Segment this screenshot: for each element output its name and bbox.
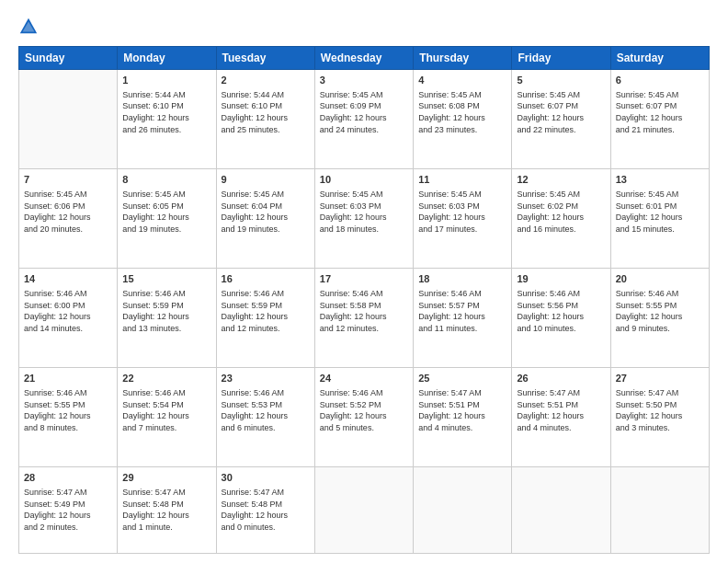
day-number: 12 [517, 173, 605, 187]
day-info: Sunrise: 5:45 AM Sunset: 6:02 PM Dayligh… [517, 189, 605, 235]
day-number: 15 [122, 272, 210, 286]
day-info: Sunrise: 5:44 AM Sunset: 6:10 PM Dayligh… [222, 89, 310, 135]
calendar-cell: 13Sunrise: 5:45 AM Sunset: 6:01 PM Dayli… [610, 169, 709, 269]
day-number: 7 [24, 173, 112, 187]
day-number: 20 [616, 272, 704, 286]
day-info: Sunrise: 5:45 AM Sunset: 6:08 PM Dayligh… [418, 89, 506, 135]
calendar-cell: 25Sunrise: 5:47 AM Sunset: 5:51 PM Dayli… [414, 368, 512, 467]
calendar-cell: 22Sunrise: 5:46 AM Sunset: 5:54 PM Dayli… [118, 368, 216, 467]
weekday-monday: Monday [118, 47, 216, 70]
day-number: 3 [320, 74, 408, 87]
calendar-cell: 26Sunrise: 5:47 AM Sunset: 5:51 PM Dayli… [512, 368, 610, 467]
day-number: 16 [222, 272, 310, 286]
weekday-wednesday: Wednesday [314, 47, 413, 70]
calendar-cell: 20Sunrise: 5:46 AM Sunset: 5:55 PM Dayli… [610, 269, 709, 368]
day-number: 14 [24, 272, 112, 286]
weekday-saturday: Saturday [610, 47, 709, 70]
calendar-cell: 23Sunrise: 5:46 AM Sunset: 5:53 PM Dayli… [216, 368, 314, 467]
day-info: Sunrise: 5:46 AM Sunset: 5:56 PM Dayligh… [517, 288, 605, 334]
day-number: 9 [222, 173, 310, 187]
day-info: Sunrise: 5:45 AM Sunset: 6:03 PM Dayligh… [418, 189, 506, 235]
day-number: 24 [320, 372, 408, 385]
calendar-cell [610, 467, 709, 554]
calendar-cell: 2Sunrise: 5:44 AM Sunset: 6:10 PM Daylig… [216, 70, 314, 169]
day-info: Sunrise: 5:46 AM Sunset: 5:57 PM Dayligh… [418, 288, 506, 334]
week-row-5: 28Sunrise: 5:47 AM Sunset: 5:49 PM Dayli… [19, 467, 710, 554]
day-info: Sunrise: 5:46 AM Sunset: 6:00 PM Dayligh… [24, 288, 112, 334]
calendar-cell: 28Sunrise: 5:47 AM Sunset: 5:49 PM Dayli… [19, 467, 118, 554]
day-number: 22 [122, 372, 210, 385]
day-info: Sunrise: 5:46 AM Sunset: 5:54 PM Dayligh… [122, 387, 210, 433]
calendar-cell: 8Sunrise: 5:45 AM Sunset: 6:05 PM Daylig… [118, 169, 216, 269]
day-info: Sunrise: 5:47 AM Sunset: 5:48 PM Dayligh… [122, 487, 210, 533]
calendar-cell: 12Sunrise: 5:45 AM Sunset: 6:02 PM Dayli… [512, 169, 610, 269]
calendar-cell: 30Sunrise: 5:47 AM Sunset: 5:48 PM Dayli… [216, 467, 314, 554]
weekday-header-row: SundayMondayTuesdayWednesdayThursdayFrid… [19, 47, 710, 70]
day-number: 5 [517, 74, 605, 87]
day-number: 27 [616, 372, 704, 385]
day-info: Sunrise: 5:47 AM Sunset: 5:48 PM Dayligh… [222, 487, 310, 533]
calendar-cell: 7Sunrise: 5:45 AM Sunset: 6:06 PM Daylig… [19, 169, 118, 269]
day-number: 1 [122, 74, 210, 87]
calendar-cell: 15Sunrise: 5:46 AM Sunset: 5:59 PM Dayli… [118, 269, 216, 368]
calendar-cell: 4Sunrise: 5:45 AM Sunset: 6:08 PM Daylig… [414, 70, 512, 169]
day-info: Sunrise: 5:45 AM Sunset: 6:07 PM Dayligh… [616, 89, 704, 135]
day-info: Sunrise: 5:47 AM Sunset: 5:49 PM Dayligh… [24, 487, 112, 533]
calendar-cell: 6Sunrise: 5:45 AM Sunset: 6:07 PM Daylig… [610, 70, 709, 169]
week-row-2: 7Sunrise: 5:45 AM Sunset: 6:06 PM Daylig… [19, 169, 710, 269]
calendar-cell: 14Sunrise: 5:46 AM Sunset: 6:00 PM Dayli… [19, 269, 118, 368]
calendar-cell: 10Sunrise: 5:45 AM Sunset: 6:03 PM Dayli… [314, 169, 413, 269]
calendar-cell: 1Sunrise: 5:44 AM Sunset: 6:10 PM Daylig… [118, 70, 216, 169]
header [18, 17, 710, 37]
week-row-4: 21Sunrise: 5:46 AM Sunset: 5:55 PM Dayli… [19, 368, 710, 467]
weekday-friday: Friday [512, 47, 610, 70]
calendar-cell: 11Sunrise: 5:45 AM Sunset: 6:03 PM Dayli… [414, 169, 512, 269]
day-number: 11 [418, 173, 506, 187]
day-info: Sunrise: 5:46 AM Sunset: 5:58 PM Dayligh… [320, 288, 408, 334]
day-number: 26 [517, 372, 605, 385]
calendar-table: SundayMondayTuesdayWednesdayThursdayFrid… [18, 46, 710, 554]
week-row-1: 1Sunrise: 5:44 AM Sunset: 6:10 PM Daylig… [19, 70, 710, 169]
day-info: Sunrise: 5:46 AM Sunset: 5:59 PM Dayligh… [222, 288, 310, 334]
day-info: Sunrise: 5:46 AM Sunset: 5:53 PM Dayligh… [222, 387, 310, 433]
day-info: Sunrise: 5:45 AM Sunset: 6:03 PM Dayligh… [320, 189, 408, 235]
day-info: Sunrise: 5:47 AM Sunset: 5:51 PM Dayligh… [418, 387, 506, 433]
day-info: Sunrise: 5:46 AM Sunset: 5:59 PM Dayligh… [122, 288, 210, 334]
calendar-cell [314, 467, 413, 554]
day-number: 23 [222, 372, 310, 385]
day-number: 25 [418, 372, 506, 385]
weekday-thursday: Thursday [414, 47, 512, 70]
day-number: 30 [222, 471, 310, 485]
week-row-3: 14Sunrise: 5:46 AM Sunset: 6:00 PM Dayli… [19, 269, 710, 368]
calendar-cell: 29Sunrise: 5:47 AM Sunset: 5:48 PM Dayli… [118, 467, 216, 554]
calendar-cell: 18Sunrise: 5:46 AM Sunset: 5:57 PM Dayli… [414, 269, 512, 368]
weekday-tuesday: Tuesday [216, 47, 314, 70]
day-number: 10 [320, 173, 408, 187]
day-info: Sunrise: 5:45 AM Sunset: 6:05 PM Dayligh… [122, 189, 210, 235]
calendar-cell: 5Sunrise: 5:45 AM Sunset: 6:07 PM Daylig… [512, 70, 610, 169]
day-info: Sunrise: 5:45 AM Sunset: 6:07 PM Dayligh… [517, 89, 605, 135]
day-info: Sunrise: 5:45 AM Sunset: 6:06 PM Dayligh… [24, 189, 112, 235]
day-info: Sunrise: 5:47 AM Sunset: 5:50 PM Dayligh… [616, 387, 704, 433]
page: SundayMondayTuesdayWednesdayThursdayFrid… [0, 0, 728, 563]
calendar-cell: 3Sunrise: 5:45 AM Sunset: 6:09 PM Daylig… [314, 70, 413, 169]
day-info: Sunrise: 5:46 AM Sunset: 5:55 PM Dayligh… [616, 288, 704, 334]
calendar-cell: 9Sunrise: 5:45 AM Sunset: 6:04 PM Daylig… [216, 169, 314, 269]
calendar-cell: 27Sunrise: 5:47 AM Sunset: 5:50 PM Dayli… [610, 368, 709, 467]
weekday-sunday: Sunday [19, 47, 118, 70]
calendar-cell: 17Sunrise: 5:46 AM Sunset: 5:58 PM Dayli… [314, 269, 413, 368]
calendar-cell [19, 70, 118, 169]
day-info: Sunrise: 5:47 AM Sunset: 5:51 PM Dayligh… [517, 387, 605, 433]
day-number: 29 [122, 471, 210, 485]
day-number: 4 [418, 74, 506, 87]
day-info: Sunrise: 5:44 AM Sunset: 6:10 PM Dayligh… [122, 89, 210, 135]
calendar-cell: 16Sunrise: 5:46 AM Sunset: 5:59 PM Dayli… [216, 269, 314, 368]
day-number: 6 [616, 74, 704, 87]
day-info: Sunrise: 5:46 AM Sunset: 5:55 PM Dayligh… [24, 387, 112, 433]
day-number: 18 [418, 272, 506, 286]
logo-icon [18, 17, 39, 37]
logo [18, 17, 42, 37]
calendar-cell [414, 467, 512, 554]
calendar-cell: 19Sunrise: 5:46 AM Sunset: 5:56 PM Dayli… [512, 269, 610, 368]
calendar-cell [512, 467, 610, 554]
